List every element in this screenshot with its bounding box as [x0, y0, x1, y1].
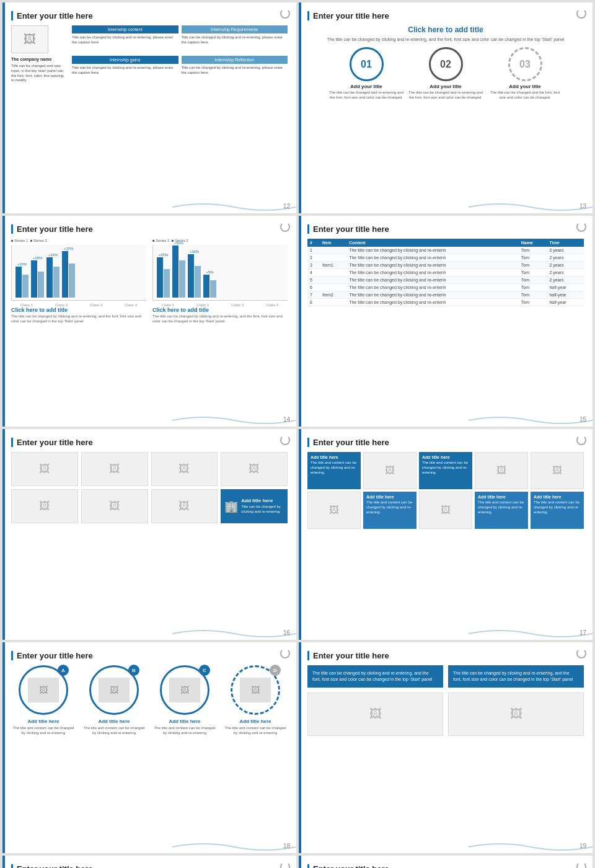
circle-num-1: 02: [440, 59, 451, 70]
slide-5-title: Enter your title here: [11, 438, 288, 447]
chart2-desc: The title can be changed by clicking and…: [152, 314, 288, 324]
cell-name: Tom: [519, 247, 547, 254]
s2-subtitle: The title can be changed by clicking and…: [307, 37, 584, 42]
s7-item-1: 🖼 B Add title here The title and content…: [82, 665, 146, 736]
cell-item: [320, 254, 346, 262]
s7-img-0: 🖼: [28, 678, 59, 702]
cell-num: 7: [307, 291, 320, 299]
class-label: Class 4: [125, 303, 137, 307]
box-title-1: Internship Requirements: [182, 25, 288, 33]
box-title-3: Internship Reflection: [182, 56, 288, 64]
s2-item-desc-2: The title can be changed and the font, f…: [488, 91, 562, 100]
s6-title-0: Add title here: [311, 455, 358, 459]
cell-name: Tom: [519, 269, 547, 277]
s7-item-3: 🖼 D Add title here The title and content…: [223, 665, 288, 736]
refresh-icon-3[interactable]: [280, 222, 290, 232]
refresh-icon-9[interactable]: [280, 862, 290, 868]
click-add-title[interactable]: Click here to add title: [307, 25, 584, 34]
chart2-click-title[interactable]: Click here to add title: [152, 307, 288, 313]
refresh-icon-5[interactable]: [280, 435, 290, 445]
slide-4: Enter your title here # Item Content Nam…: [299, 216, 593, 427]
cell-content: The title can be changed by clicking and…: [346, 269, 519, 277]
slide-10-title: Enter your title here: [307, 864, 584, 868]
refresh-icon-10[interactable]: [576, 862, 586, 868]
image-placeholder-icon: 🖼: [24, 32, 36, 46]
s6-title-8: Add title here: [478, 495, 525, 499]
s7-badge-2: C: [199, 665, 210, 676]
slide-2: Enter your title here Click here to add …: [299, 2, 593, 213]
cell-time: 2 years: [547, 254, 584, 262]
s6-title-9: Add title here: [534, 495, 581, 499]
img-box-2: 🖼: [81, 452, 148, 486]
img-box-7: 🖼: [151, 489, 218, 523]
s2-item-desc-1: The title can be changed and re-entering…: [408, 91, 483, 100]
chart1-desc: The title can be changed by clicking and…: [11, 314, 146, 324]
building-icon: 🏢: [224, 500, 238, 513]
slide-7-title: Enter your title here: [11, 651, 288, 660]
s7-title-3: Add title here: [223, 719, 288, 724]
cell-num: 3: [307, 262, 320, 269]
s7-img-2: 🖼: [169, 678, 200, 702]
s7-desc-0: The title and content can be changed by …: [11, 726, 76, 736]
slide-9: Enter your title here Add title here The…: [2, 856, 296, 868]
s6-blue2-cell-8: Add title here The title and content can…: [475, 492, 528, 529]
s8-text-2: The title can be changed by clicking and…: [448, 665, 584, 688]
s6-desc-9: The title and content can be changed by …: [534, 500, 581, 515]
s2-item-0: 01 Add your title The title can be chang…: [329, 47, 403, 100]
table-row: 3Item1The title can be changed by clicki…: [307, 262, 584, 269]
slide-1: Enter your title here 🖼 The company name…: [2, 2, 296, 213]
cell-name: Tom: [519, 262, 547, 269]
slide-8: Enter your title here The title can be c…: [299, 642, 593, 853]
chart1-legend: ■ Series 1 ■ Series 2: [11, 239, 146, 242]
s8-img-1: 🖼: [307, 693, 443, 736]
cell-name: Tom: [519, 291, 547, 299]
img-box-featured: 🏢 Add title here Title can be changed by…: [221, 489, 288, 523]
col-content: Content: [346, 239, 519, 247]
s2-item-title-0: Add your title: [329, 84, 403, 89]
slide-9-title: Enter your title here: [11, 864, 288, 868]
img-box-5: 🖼: [11, 489, 78, 523]
s6-desc-2: The title and content can be changed by …: [422, 461, 469, 475]
refresh-icon-2[interactable]: [576, 9, 586, 19]
s7-item-0: 🖼 A Add title here The title and content…: [11, 665, 76, 736]
s2-item-title-2: Add your title: [488, 84, 562, 89]
slide-3-title: Enter your title here: [11, 224, 288, 234]
img-box-6: 🖼: [81, 489, 148, 523]
cell-num: 6: [307, 284, 320, 291]
box-desc-1: Title can be changed by clicking and re-…: [182, 35, 288, 45]
refresh-icon-6[interactable]: [576, 435, 586, 445]
s6-title-2: Add title here: [422, 455, 469, 459]
chart1-click-title[interactable]: Click here to add title: [11, 307, 146, 313]
cell-item: Item1: [320, 262, 346, 269]
s6-desc-0: The title and content can be changed by …: [311, 461, 358, 475]
table-row: 2The title can be changed by clicking an…: [307, 254, 584, 262]
col-time: Time: [547, 239, 584, 247]
s6-blue2-cell-6: Add title here The title and content can…: [363, 492, 416, 529]
slide-10: Enter your title here 🖼 Add title here T…: [299, 856, 593, 868]
cell-content: The title can be changed by clicking and…: [346, 299, 519, 306]
refresh-icon-7[interactable]: [280, 649, 290, 658]
box-title-2: Internship gains: [72, 56, 178, 64]
s8-text-1: The title can be changed by clicking and…: [307, 665, 443, 688]
refresh-icon-4[interactable]: [576, 222, 586, 232]
s6-blue2-cell-9: Add title here The title and content can…: [531, 492, 584, 529]
slide-2-title: Enter your title here: [307, 11, 584, 20]
s6-img-3: 🖼: [475, 452, 528, 489]
s7-desc-2: The title and content can be changed by …: [152, 726, 217, 736]
s6-desc-8: The title and content can be changed by …: [478, 500, 525, 515]
refresh-icon-8[interactable]: [576, 649, 586, 658]
slide-4-title: Enter your title here: [307, 224, 584, 234]
data-table: # Item Content Name Time 1The title can …: [307, 239, 584, 306]
s6-title-6: Add title here: [366, 495, 413, 499]
col-item: Item: [320, 239, 346, 247]
cell-content: The title can be changed by clicking and…: [346, 254, 519, 262]
circle-num-2: 03: [519, 59, 531, 70]
circle-num-0: 01: [361, 59, 372, 70]
company-desc: Title can be changed and new input, in t…: [11, 64, 67, 83]
box-desc-3: Title can be changed by clicking and re-…: [182, 66, 288, 76]
s7-title-1: Add title here: [82, 719, 146, 724]
refresh-icon-1[interactable]: [280, 9, 290, 19]
box-desc-0: Title can be changed by clicking and re-…: [72, 35, 178, 45]
cell-item: [320, 284, 346, 291]
s8-img-2: 🖼: [448, 693, 584, 736]
